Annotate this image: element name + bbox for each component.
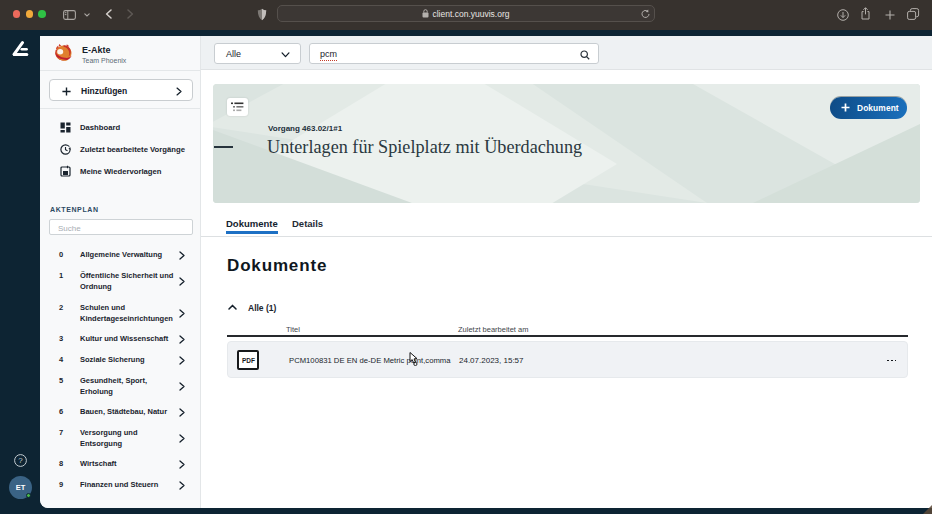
svg-text:?: ? xyxy=(18,456,23,465)
